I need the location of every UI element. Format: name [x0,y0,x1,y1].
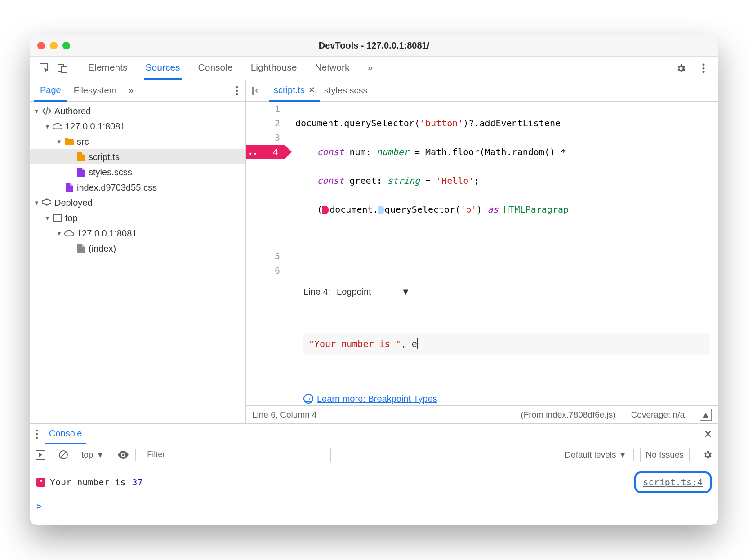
sidebar-more-icon[interactable]: » [128,85,134,97]
logpoint-badge-icon [36,478,45,487]
svg-point-4 [703,67,705,69]
close-drawer-icon[interactable]: ✕ [703,428,712,440]
tab-lighthouse[interactable]: Lighthouse [249,57,299,80]
tree-host2[interactable]: ▼127.0.0.1:8081 [30,226,245,241]
svg-rect-9 [53,215,62,221]
tree-label: 127.0.0.1:8081 [65,121,125,132]
tree-host[interactable]: ▼127.0.0.1:8081 [30,119,245,134]
tab-sources[interactable]: Sources [144,57,182,80]
editor-tab-styles[interactable]: styles.scss [320,80,372,101]
window-title: DevTools - 127.0.0.1:8081/ [30,40,718,51]
sidebar-tabs: Page Filesystem » [30,80,245,102]
learn-more-link[interactable]: →Learn more: Breakpoint Types [303,391,710,405]
tree-label: Authored [54,106,91,116]
log-text: Your number is [50,477,126,488]
tree-src[interactable]: ▼src [30,134,245,149]
console-header: Console ✕ [30,424,718,444]
log-value: 37 [132,477,143,488]
sidebar-kebab-icon[interactable] [236,86,238,96]
gutter[interactable]: 1 2 3 4 5 6 [246,102,285,405]
settings-gear-icon[interactable] [672,59,690,77]
issues-button[interactable]: No Issues [640,448,690,462]
source-map-link[interactable]: index.7808df6e.js [546,410,613,419]
cursor-position: Line 6, Column 4 [252,410,317,420]
inspect-element-icon[interactable] [36,59,53,77]
file-icon [76,244,86,253]
console-toolbar: top ▼ Default levels ▼ No Issues [30,444,718,465]
more-tabs-icon[interactable]: » [365,57,374,80]
editor-tab-script[interactable]: script.ts✕ [269,80,320,102]
close-tab-icon[interactable]: ✕ [308,85,315,95]
logpoint-line-label: Line 4: [303,284,330,299]
toggle-nav-icon[interactable] [249,84,263,98]
filter-input[interactable] [142,448,331,462]
svg-point-8 [236,93,238,95]
execution-context-icon[interactable] [36,450,45,460]
sources-sidebar: Page Filesystem » ▼Authored ▼127.0.0.1:8… [30,80,246,423]
line-number[interactable]: 1 [246,102,280,116]
console-tab[interactable]: Console [45,424,86,444]
arrow-right-icon: → [303,394,313,404]
live-expression-icon[interactable] [117,451,129,459]
device-toggle-icon[interactable] [53,59,71,77]
tree-script-ts[interactable]: script.ts [30,149,245,164]
tree-label: 127.0.0.1:8081 [77,228,137,239]
devtools-window: DevTools - 127.0.0.1:8081/ Elements Sour… [30,35,718,525]
code-icon [42,106,52,116]
tab-label: script.ts [274,85,305,95]
clear-console-icon[interactable] [58,450,68,460]
tree-index-css[interactable]: index.d9703d55.css [30,180,245,195]
frame-icon [53,213,62,223]
svg-line-16 [61,452,66,458]
svg-point-3 [703,63,705,66]
file-icon [76,152,86,162]
tree-deployed[interactable]: ▼Deployed [30,195,245,210]
editor-pane: script.ts✕ styles.scss 1 2 3 4 5 6 docum… [246,80,718,423]
console-body: Your number is 37 script.ts:4 > [30,465,718,525]
editor-statusbar: Line 6, Column 4 (From index.7808df6e.js… [246,405,718,423]
file-tree: ▼Authored ▼127.0.0.1:8081 ▼src script.ts… [30,102,245,423]
tree-index[interactable]: (index) [30,241,245,256]
code-editor[interactable]: 1 2 3 4 5 6 document.querySelector('butt… [246,102,718,405]
tree-label: src [77,137,89,147]
tree-top[interactable]: ▼top [30,210,245,226]
svg-rect-10 [252,87,254,95]
editor-tabs: script.ts✕ styles.scss [246,80,718,102]
logpoint-expression-input[interactable]: "Your number is ", e [303,333,710,355]
close-window-button[interactable] [37,42,45,49]
line-number[interactable]: 2 [246,116,280,130]
kebab-menu-icon[interactable] [695,59,712,77]
console-prompt[interactable]: > [36,496,712,516]
tree-label: (index) [89,244,116,254]
minimize-window-button[interactable] [50,42,58,49]
tree-label: styles.scss [89,167,132,178]
collapse-icon[interactable]: ▲ [700,409,712,421]
folder-icon [64,137,74,147]
drawer-kebab-icon[interactable] [36,429,38,439]
console-settings-gear-icon[interactable] [703,450,712,460]
tree-authored[interactable]: ▼Authored [30,103,245,119]
line-number[interactable]: 5 [246,249,280,263]
tree-styles-scss[interactable]: styles.scss [30,164,245,180]
tab-console[interactable]: Console [196,57,235,80]
source-map-from: (From index.7808df6e.js) [521,410,615,420]
sidebar-tab-filesystem[interactable]: Filesystem [67,80,123,101]
line-number[interactable]: 3 [246,130,280,145]
coverage-label: Coverage: n/a [631,410,685,420]
logpoint-marker[interactable]: 4 [246,145,285,159]
titlebar: DevTools - 127.0.0.1:8081/ [30,35,718,57]
code-content[interactable]: document.querySelector('button')?.addEve… [285,102,718,405]
maximize-window-button[interactable] [62,42,70,49]
line-number[interactable]: 6 [246,263,280,278]
log-source-link[interactable]: script.ts:4 [634,471,712,493]
log-levels-select[interactable]: Default levels ▼ [565,450,627,460]
sidebar-tab-page[interactable]: Page [34,80,67,102]
log-message[interactable]: Your number is 37 script.ts:4 [36,469,712,496]
context-selector[interactable]: top ▼ [81,450,104,460]
tab-elements[interactable]: Elements [86,57,129,80]
breakpoint-type-select[interactable]: Logpoint ▼ [337,284,410,299]
svg-point-13 [36,436,38,438]
tab-network[interactable]: Network [313,57,351,80]
file-icon [76,167,86,177]
svg-point-7 [236,89,238,91]
